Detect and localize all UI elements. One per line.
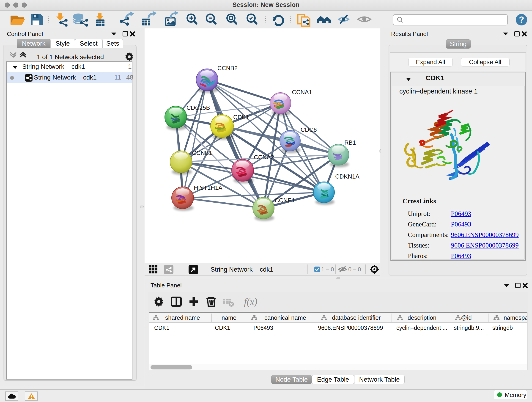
svg-text:CCNB2: CCNB2 <box>217 65 238 71</box>
svg-text:?: ? <box>519 15 524 25</box>
svg-text:0 – 0: 0 – 0 <box>348 266 361 273</box>
svg-text:CDC25B: CDC25B <box>186 104 210 111</box>
svg-text:CCNA2: CCNA2 <box>254 154 274 161</box>
svg-text:f(x): f(x) <box>244 296 257 307</box>
svg-text:CCNE1: CCNE1 <box>275 197 295 204</box>
svg-text:CCNA1: CCNA1 <box>292 89 312 96</box>
svg-text:CDK1: CDK1 <box>233 114 249 121</box>
svg-text:1 – 0: 1 – 0 <box>321 266 334 273</box>
svg-text:CCNB1: CCNB1 <box>192 149 212 156</box>
svg-text:RB1: RB1 <box>344 139 356 146</box>
svg-text:CDC6: CDC6 <box>301 126 317 133</box>
svg-text:CDKN1A: CDKN1A <box>335 173 360 180</box>
svg-text:HIST1H1A: HIST1H1A <box>194 184 222 191</box>
